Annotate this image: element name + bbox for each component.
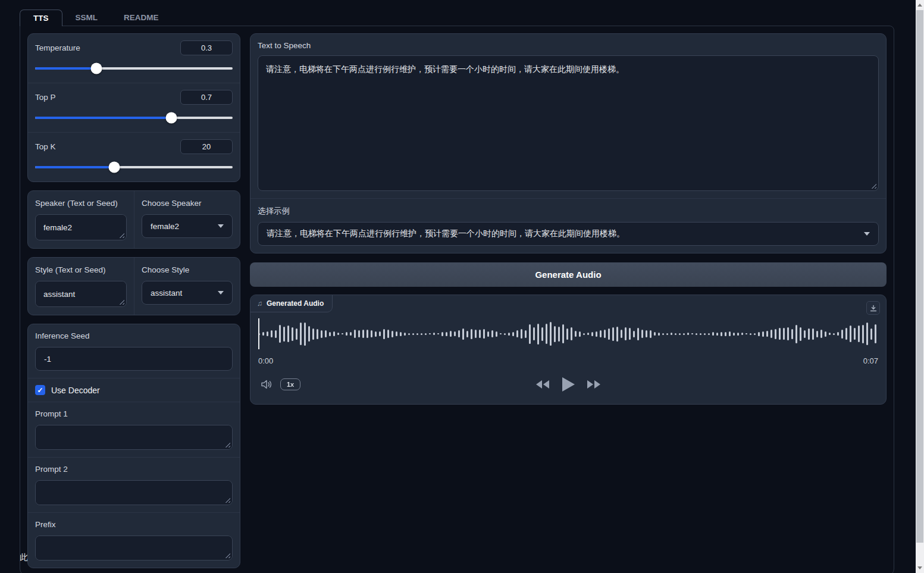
top-k-label: Top K bbox=[35, 142, 56, 151]
temperature-slider[interactable] bbox=[35, 63, 233, 74]
use-decoder-checkbox[interactable]: ✓ bbox=[35, 385, 45, 395]
style-text-input[interactable]: assistant bbox=[35, 281, 127, 307]
waveform-bar bbox=[471, 329, 472, 339]
waveform-bar bbox=[546, 324, 547, 344]
playback-speed-button[interactable]: 1x bbox=[280, 378, 300, 390]
chevron-down-icon bbox=[218, 291, 224, 295]
waveform-bar bbox=[637, 328, 639, 340]
waveform-bar bbox=[808, 328, 810, 340]
slider-thumb[interactable] bbox=[166, 112, 177, 124]
rewind-icon[interactable] bbox=[534, 378, 551, 390]
tts-text-input[interactable]: 请注意，电梯将在下午两点进行例行维护，预计需要一个小时的时间，请大家在此期间使用… bbox=[258, 55, 879, 191]
waveform-bar bbox=[500, 333, 502, 334]
speaker-text-input[interactable]: female2 bbox=[35, 214, 127, 240]
waveform-bar bbox=[275, 330, 277, 338]
chevron-down-icon bbox=[864, 232, 870, 236]
prompt2-input[interactable] bbox=[35, 480, 233, 505]
waveform-bar bbox=[475, 330, 477, 338]
waveform-bar bbox=[404, 333, 406, 336]
examples-dropdown[interactable]: 请注意，电梯将在下午两点进行例行维护，预计需要一个小时的时间，请大家在此期间使用… bbox=[258, 222, 879, 246]
waveform-bar bbox=[571, 327, 572, 340]
waveform-bar bbox=[795, 325, 797, 343]
waveform-bar bbox=[612, 327, 614, 341]
waveform-bar bbox=[383, 329, 385, 339]
waveform-bar bbox=[496, 331, 497, 337]
waveform-bar bbox=[267, 331, 268, 336]
inference-seed-label: Inference Seed bbox=[35, 331, 233, 340]
examples-label: 选择示例 bbox=[258, 206, 879, 217]
temperature-value-input[interactable]: 0.3 bbox=[180, 40, 233, 55]
waveform-bar bbox=[550, 322, 552, 346]
waveform-bar bbox=[837, 332, 839, 336]
waveform-bar bbox=[870, 328, 872, 340]
inference-seed-value: -1 bbox=[44, 355, 51, 364]
waveform-bar bbox=[429, 333, 431, 334]
waveform-bar bbox=[629, 328, 631, 340]
waveform-bar bbox=[317, 329, 318, 339]
total-duration: 0:07 bbox=[863, 356, 878, 365]
waveform-bar bbox=[375, 331, 377, 337]
waveform-bar bbox=[554, 326, 556, 342]
choose-speaker-value: female2 bbox=[151, 222, 179, 231]
top-k-value-input[interactable]: 20 bbox=[180, 139, 233, 154]
tab-tts[interactable]: TTS bbox=[20, 10, 62, 26]
waveform-bar bbox=[754, 333, 756, 335]
waveform-bar bbox=[696, 333, 697, 335]
top-p-row: Top P 0.7 bbox=[28, 83, 240, 132]
waveform-bar bbox=[433, 333, 435, 335]
inference-seed-input[interactable]: -1 bbox=[35, 347, 233, 371]
waveform-bar bbox=[416, 333, 418, 335]
slider-thumb[interactable] bbox=[108, 162, 120, 173]
generate-audio-button[interactable]: Generate Audio bbox=[250, 262, 887, 287]
choose-speaker-dropdown[interactable]: female2 bbox=[142, 214, 233, 238]
waveform-bar bbox=[304, 322, 306, 346]
tab-readme[interactable]: README bbox=[111, 10, 172, 26]
waveform-bar bbox=[262, 332, 264, 336]
tab-ssml[interactable]: SSML bbox=[62, 10, 111, 26]
waveform-bar bbox=[646, 330, 647, 337]
prompt2-group: Prompt 2 bbox=[28, 457, 240, 512]
scroll-down-arrow[interactable] bbox=[916, 563, 924, 573]
slider-fill bbox=[35, 166, 114, 168]
top-k-slider[interactable] bbox=[35, 162, 233, 173]
prompt1-label: Prompt 1 bbox=[35, 409, 233, 418]
audio-waveform[interactable] bbox=[258, 317, 878, 350]
slider-thumb[interactable] bbox=[90, 63, 102, 74]
waveform-bar bbox=[454, 331, 456, 336]
top-p-slider[interactable] bbox=[35, 112, 233, 123]
choose-speaker-group: Choose Speaker female2 bbox=[134, 191, 240, 248]
scrollbar-thumb[interactable] bbox=[916, 10, 923, 543]
waveform-bar bbox=[621, 330, 622, 338]
style-panel: Style (Text or Seed) assistant Choose St… bbox=[27, 257, 240, 315]
slider-fill bbox=[35, 67, 96, 70]
choose-style-value: assistant bbox=[151, 289, 182, 298]
prompt1-input[interactable] bbox=[35, 425, 233, 450]
waveform-bar bbox=[616, 327, 618, 342]
waveform-bar bbox=[346, 332, 347, 336]
waveform-bar bbox=[833, 333, 835, 335]
prefix-input[interactable] bbox=[35, 536, 233, 561]
top-p-value-input[interactable]: 0.7 bbox=[180, 90, 233, 105]
download-audio-button[interactable] bbox=[866, 301, 880, 315]
fast-forward-icon[interactable] bbox=[585, 378, 602, 390]
waveform-bar bbox=[367, 330, 368, 338]
waveform-bar bbox=[508, 333, 510, 336]
play-icon[interactable] bbox=[560, 376, 576, 393]
vertical-scrollbar[interactable] bbox=[916, 0, 924, 573]
waveform-bar bbox=[666, 333, 668, 335]
waveform-bar bbox=[529, 324, 531, 344]
playhead-cursor[interactable] bbox=[258, 318, 259, 349]
waveform-bar bbox=[866, 322, 868, 345]
scroll-up-arrow[interactable] bbox=[916, 0, 924, 10]
waveform-bar bbox=[466, 331, 468, 337]
temperature-row: Temperature 0.3 bbox=[28, 34, 240, 83]
waveform-bar bbox=[737, 333, 739, 336]
waveform-bar bbox=[704, 333, 706, 335]
waveform-bar bbox=[516, 330, 518, 337]
volume-icon[interactable] bbox=[260, 378, 273, 390]
waveform-bar bbox=[658, 333, 660, 336]
waveform-bar bbox=[875, 324, 876, 343]
choose-style-dropdown[interactable]: assistant bbox=[142, 281, 233, 305]
waveform-bar bbox=[829, 333, 831, 335]
waveform-bar bbox=[300, 322, 302, 345]
